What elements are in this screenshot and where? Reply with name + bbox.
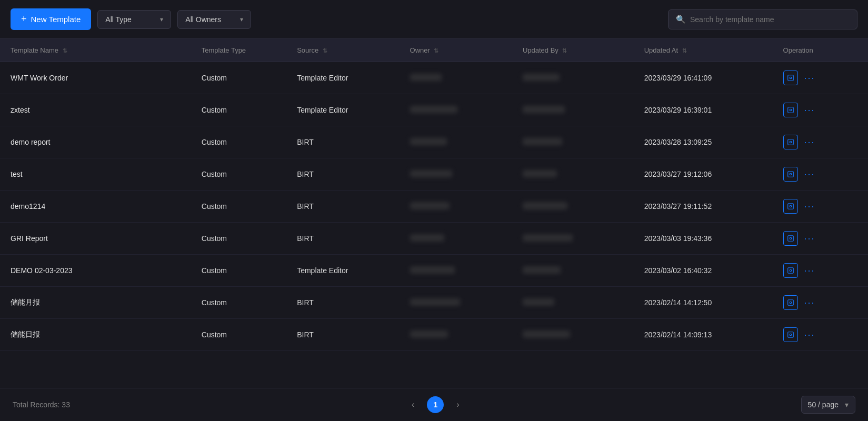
blurred-owner (410, 266, 455, 274)
svg-point-15 (790, 302, 792, 304)
col-header-source[interactable]: Source ⇅ (286, 39, 399, 62)
sort-icon: ⇅ (562, 47, 567, 54)
cell-updated-by (512, 62, 634, 94)
cell-owner (400, 158, 512, 191)
more-options-button[interactable]: ··· (804, 73, 815, 84)
total-records: Total Records: 33 (13, 400, 70, 409)
blurred-owner (410, 234, 444, 242)
cell-name: zxtest (0, 94, 191, 126)
preview-icon (787, 74, 794, 82)
col-header-type: Template Type (191, 39, 286, 62)
cell-owner (400, 223, 512, 255)
cell-updated-by (512, 126, 634, 158)
more-options-button[interactable]: ··· (804, 169, 815, 180)
preview-icon (787, 203, 794, 210)
cell-updated-at: 2023/03/28 13:09:25 (634, 126, 773, 158)
cell-updated-at: 2023/03/29 16:41:09 (634, 62, 773, 94)
more-options-button[interactable]: ··· (804, 201, 815, 212)
toolbar: + New Template All Type ▾ All Owners ▾ 🔍 (0, 0, 868, 39)
cell-operation: ··· (773, 158, 868, 191)
action-icons: ··· (783, 135, 857, 149)
preview-button[interactable] (783, 295, 798, 310)
type-filter-dropdown[interactable]: All Type ▾ (97, 10, 171, 29)
preview-button[interactable] (783, 167, 798, 182)
cell-type: Custom (191, 223, 286, 255)
cell-name: demo report (0, 126, 191, 158)
blurred-updated-by (523, 170, 557, 177)
cell-operation: ··· (773, 191, 868, 223)
cell-operation: ··· (773, 223, 868, 255)
owner-filter-dropdown[interactable]: All Owners ▾ (177, 10, 251, 29)
cell-owner (400, 255, 512, 287)
action-icons: ··· (783, 199, 857, 214)
col-header-updated-by[interactable]: Updated By ⇅ (512, 39, 634, 62)
chevron-down-icon: ▾ (160, 16, 163, 23)
cell-owner (400, 287, 512, 319)
search-input[interactable] (690, 15, 850, 24)
sort-icon: ⇅ (323, 47, 327, 54)
cell-name: demo1214 (0, 191, 191, 223)
preview-icon (787, 171, 794, 178)
preview-button[interactable] (783, 231, 798, 246)
cell-operation: ··· (773, 94, 868, 126)
cell-updated-by (512, 255, 634, 287)
prev-page-button[interactable]: ‹ (407, 398, 418, 412)
blurred-updated-by (523, 74, 560, 81)
svg-point-7 (790, 173, 792, 175)
plus-icon: + (21, 14, 27, 25)
cell-name: DEMO 02-03-2023 (0, 255, 191, 287)
cell-operation: ··· (773, 287, 868, 319)
col-header-operation: Operation (773, 39, 868, 62)
table-header-row: Template Name ⇅ Template Type Source ⇅ O… (0, 39, 868, 62)
more-options-button[interactable]: ··· (804, 297, 815, 308)
sort-icon: ⇅ (63, 47, 67, 54)
preview-button[interactable] (783, 71, 798, 85)
more-options-button[interactable]: ··· (804, 105, 815, 116)
more-options-button[interactable]: ··· (804, 265, 815, 276)
col-header-owner[interactable]: Owner ⇅ (400, 39, 512, 62)
blurred-owner (410, 74, 442, 81)
new-template-label: New Template (31, 15, 81, 24)
cell-operation: ··· (773, 62, 868, 94)
blurred-owner (410, 170, 452, 177)
cell-updated-at: 2023/03/03 19:43:36 (634, 223, 773, 255)
cell-owner (400, 62, 512, 94)
cell-type: Custom (191, 62, 286, 94)
col-header-name[interactable]: Template Name ⇅ (0, 39, 191, 62)
next-page-button[interactable]: › (452, 398, 463, 412)
cell-updated-by (512, 319, 634, 351)
more-options-button[interactable]: ··· (804, 233, 815, 244)
cell-name: GRI Report (0, 223, 191, 255)
more-options-button[interactable]: ··· (804, 329, 815, 340)
svg-point-13 (790, 269, 792, 272)
preview-button[interactable] (783, 103, 798, 117)
cell-type: Custom (191, 94, 286, 126)
col-header-updated-at[interactable]: Updated At ⇅ (634, 39, 773, 62)
preview-button[interactable] (783, 135, 798, 149)
cell-type: Custom (191, 158, 286, 191)
preview-button[interactable] (783, 327, 798, 342)
cell-source: BIRT (286, 126, 399, 158)
preview-icon (787, 267, 794, 274)
cell-updated-by (512, 191, 634, 223)
cell-type: Custom (191, 255, 286, 287)
cell-operation: ··· (773, 255, 868, 287)
table-row: demo report Custom BIRT 2023/03/28 13:09… (0, 126, 868, 158)
page-size-dropdown[interactable]: 50 / page ▾ (801, 396, 855, 414)
cell-source: BIRT (286, 223, 399, 255)
svg-rect-8 (787, 204, 793, 209)
type-filter-label: All Type (105, 15, 132, 24)
more-options-button[interactable]: ··· (804, 137, 815, 148)
blurred-updated-by (523, 266, 561, 274)
sort-icon: ⇅ (682, 47, 687, 54)
cell-type: Custom (191, 287, 286, 319)
action-icons: ··· (783, 167, 857, 182)
cell-source: BIRT (286, 191, 399, 223)
current-page[interactable]: 1 (427, 396, 444, 413)
preview-button[interactable] (783, 263, 798, 278)
preview-button[interactable] (783, 199, 798, 214)
table-wrapper: Template Name ⇅ Template Type Source ⇅ O… (0, 39, 868, 388)
cell-source: BIRT (286, 287, 399, 319)
svg-rect-12 (787, 268, 793, 274)
new-template-button[interactable]: + New Template (11, 8, 91, 30)
